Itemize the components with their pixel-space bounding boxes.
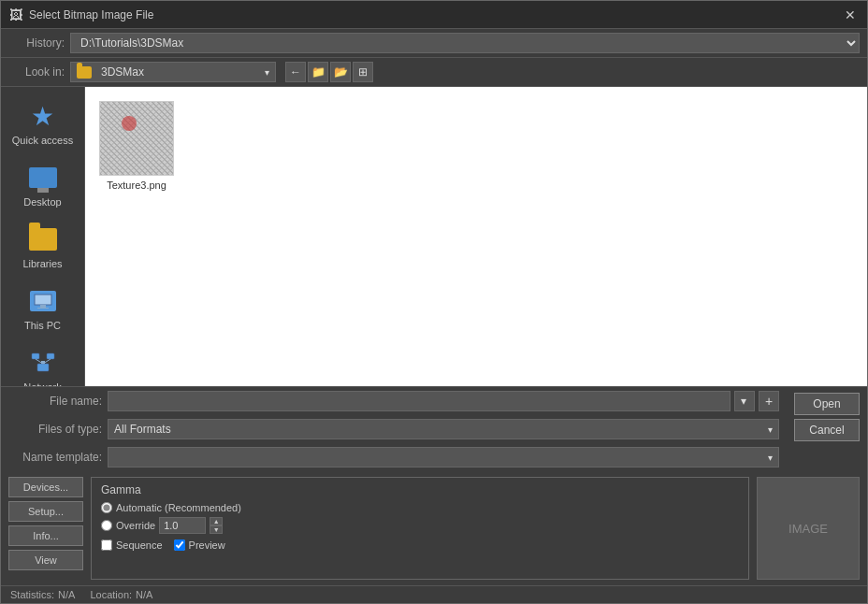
bottom-left-fields: File name: ▾ + Files of type: All Format… <box>1 387 787 471</box>
preview-label: Preview <box>189 539 225 551</box>
desktop-label: Desktop <box>23 196 61 208</box>
add-button[interactable]: + <box>759 391 779 411</box>
file-thumbnail-texture3 <box>99 101 174 176</box>
svg-rect-0 <box>35 295 51 305</box>
cancel-button[interactable]: Cancel <box>794 419 860 441</box>
sidebar-item-network[interactable]: Network <box>1 341 84 386</box>
quick-access-label: Quick access <box>12 135 73 146</box>
filename-row: File name: ▾ + <box>1 387 787 415</box>
preview-checkbox-row: Preview <box>174 539 225 551</box>
filetype-row: Files of type: All Formats ▾ <box>1 415 787 443</box>
spin-up-button[interactable]: ▲ <box>210 517 223 525</box>
new-folder-button[interactable]: 📂 <box>330 62 351 82</box>
thispc-shape <box>30 291 56 311</box>
sidebar-item-desktop[interactable]: Desktop <box>1 156 84 214</box>
network-icon <box>28 348 58 378</box>
up-folder-button[interactable]: 📁 <box>308 62 328 82</box>
sidebar: ★ Quick access Desktop Libraries <box>1 87 85 386</box>
automatic-radio-row: Automatic (Recommended) <box>101 502 739 513</box>
open-button[interactable]: Open <box>794 393 860 415</box>
nametemplate-arrow: ▾ <box>768 453 773 463</box>
thispc-label: This PC <box>24 320 61 331</box>
filetype-arrow: ▾ <box>768 424 773 435</box>
libraries-folder-shape <box>29 228 57 251</box>
filename-combo-arrow[interactable]: ▾ <box>734 391 755 411</box>
filetype-label: Files of type: <box>8 423 102 436</box>
info-button[interactable]: Info... <box>8 525 83 546</box>
location-label: Location: <box>90 589 132 600</box>
desktop-shape <box>29 167 57 188</box>
main-area: ★ Quick access Desktop Libraries <box>1 87 867 386</box>
view-button-side[interactable]: View <box>8 550 83 570</box>
thispc-icon <box>28 286 58 316</box>
nametemplate-combo[interactable]: ▾ <box>108 447 779 467</box>
preview-checkbox[interactable] <box>174 539 185 551</box>
gamma-group: Gamma Automatic (Recommended) Override ▲… <box>91 477 749 580</box>
svg-rect-2 <box>37 308 49 309</box>
sidebar-item-libraries[interactable]: Libraries <box>1 218 84 276</box>
nametemplate-row: Name template: ▾ <box>1 443 787 471</box>
lookin-toolbar-btns: ← 📁 📂 ⊞ <box>285 62 373 82</box>
filetype-value: All Formats <box>114 423 171 436</box>
preview-box: IMAGE <box>757 477 860 580</box>
override-label: Override <box>116 520 155 531</box>
thispc-svg <box>34 294 52 309</box>
override-row: Override ▲ ▼ <box>101 517 739 534</box>
dialog-icon: 🖼 <box>8 7 23 22</box>
statistics-label: Statistics: <box>10 589 54 600</box>
override-value-input[interactable] <box>159 517 206 534</box>
filename-input-wrap: ▾ + <box>108 391 779 411</box>
statistics-item: Statistics: N/A <box>10 589 75 600</box>
bottom-controls: Devices... Setup... Info... View Gamma A… <box>1 471 867 585</box>
sidebar-item-this-pc[interactable]: This PC <box>1 280 84 338</box>
libraries-icon <box>28 224 58 254</box>
view-button[interactable]: ⊞ <box>353 62 373 82</box>
file-item-texture3[interactable]: Texture3.png <box>94 96 179 195</box>
libraries-label: Libraries <box>22 258 62 269</box>
location-value: N/A <box>136 589 152 600</box>
svg-rect-6 <box>47 353 54 359</box>
folder-icon <box>77 66 92 79</box>
quick-access-icon: ★ <box>28 101 58 131</box>
history-dropdown[interactable]: D:\Tutorials\3DSMax <box>70 33 860 53</box>
back-button[interactable]: ← <box>285 62 306 82</box>
automatic-radio[interactable] <box>101 502 112 513</box>
lookin-row: Look in: 3DSMax ▾ ← 📁 📂 ⊞ <box>1 58 867 87</box>
lookin-value: 3DSMax <box>101 65 144 79</box>
file-area[interactable]: Texture3.png <box>85 87 867 386</box>
preview-image-label: IMAGE <box>788 522 828 536</box>
location-item: Location: N/A <box>90 589 152 600</box>
override-spinner: ▲ ▼ <box>210 517 223 534</box>
dialog-window: 🖼 Select Bitmap Image File ✕ History: D:… <box>0 0 868 604</box>
close-button[interactable]: ✕ <box>841 6 860 24</box>
star-icon: ★ <box>31 101 54 132</box>
desktop-icon <box>28 163 58 193</box>
dialog-title: Select Bitmap Image File <box>29 8 841 22</box>
svg-rect-5 <box>32 353 39 359</box>
filename-input[interactable] <box>108 391 731 411</box>
filename-row-wrap: File name: ▾ + Files of type: All Format… <box>1 387 867 471</box>
setup-button[interactable]: Setup... <box>8 501 83 522</box>
stats-row: Statistics: N/A Location: N/A <box>1 585 867 603</box>
automatic-label: Automatic (Recommended) <box>116 502 241 513</box>
svg-rect-1 <box>40 305 46 308</box>
action-buttons: Open Cancel <box>787 387 867 471</box>
spin-down-button[interactable]: ▼ <box>210 525 223 534</box>
override-radio[interactable] <box>101 520 112 531</box>
seq-preview-row: Sequence Preview <box>101 539 739 551</box>
network-svg <box>29 351 57 375</box>
gamma-title: Gamma <box>101 483 739 496</box>
sequence-label: Sequence <box>116 539 163 551</box>
history-label: History: <box>8 36 65 50</box>
sidebar-item-quick-access[interactable]: ★ Quick access <box>1 94 84 152</box>
statistics-value: N/A <box>58 589 75 600</box>
sequence-checkbox[interactable] <box>101 539 112 551</box>
svg-rect-3 <box>37 364 49 371</box>
texture-preview <box>100 101 173 176</box>
lookin-dropdown-arrow: ▾ <box>265 67 269 78</box>
filename-label: File name: <box>8 395 102 408</box>
lookin-dropdown[interactable]: 3DSMax ▾ <box>70 62 276 82</box>
devices-button[interactable]: Devices... <box>8 477 83 497</box>
title-bar: 🖼 Select Bitmap Image File ✕ <box>1 1 867 29</box>
filetype-combo[interactable]: All Formats ▾ <box>108 419 779 439</box>
